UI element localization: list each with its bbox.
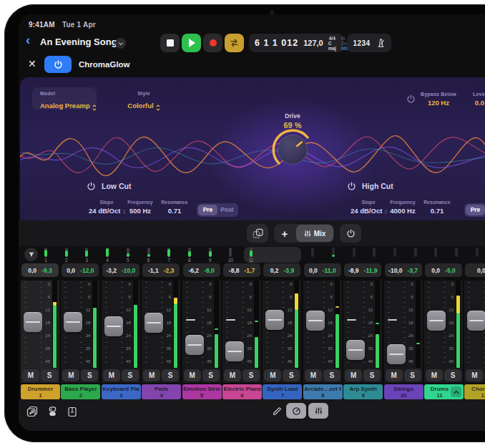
high-cut-slope[interactable]: Slope 24 dB/Oct: [351, 200, 386, 215]
fader-handle[interactable]: [144, 313, 163, 333]
overview-track[interactable]: 8: [186, 248, 193, 263]
db-readout[interactable]: -3,2-10,0: [102, 263, 139, 277]
mute-button[interactable]: M: [264, 369, 281, 381]
db-readout[interactable]: -10,0-3,7: [385, 263, 422, 277]
fader-handle[interactable]: [387, 344, 406, 364]
overview-track[interactable]: [351, 248, 358, 263]
drive-knob[interactable]: [270, 127, 315, 172]
track-name-tile[interactable]: Pads4: [142, 384, 181, 399]
fader-handle[interactable]: [64, 312, 82, 332]
faders-view-button[interactable]: [308, 403, 328, 419]
overview-track[interactable]: 2: [63, 248, 70, 263]
db-readout[interactable]: 0,0-11,0: [304, 263, 341, 277]
mute-button[interactable]: M: [143, 369, 160, 381]
solo-button[interactable]: S: [242, 369, 260, 381]
solo-button[interactable]: S: [283, 369, 300, 381]
db-readout[interactable]: 0,0: [465, 263, 485, 277]
fader-handle[interactable]: [306, 311, 325, 331]
track-name-tile[interactable]: Chorus V12: [464, 384, 485, 399]
overview-track[interactable]: [371, 248, 378, 263]
back-button[interactable]: ‹: [26, 33, 30, 47]
solo-button[interactable]: S: [363, 369, 381, 381]
style-selector[interactable]: Style Colorful: [119, 91, 169, 111]
song-title-chevron-down-icon[interactable]: [115, 38, 126, 49]
record-button[interactable]: [203, 34, 222, 52]
mix-view-button[interactable]: Mix: [296, 225, 333, 242]
overview-track[interactable]: [309, 248, 316, 263]
song-title[interactable]: An Evening Song: [40, 36, 117, 47]
db-readout[interactable]: 0,0-9,3: [21, 263, 59, 277]
fader-handle[interactable]: [104, 316, 123, 336]
db-readout[interactable]: -8,9-11,9: [344, 263, 381, 277]
overview-track[interactable]: 5: [124, 248, 132, 263]
db-readout[interactable]: 0,0-12,0: [62, 263, 99, 277]
stop-button[interactable]: [160, 34, 180, 52]
fader-handle[interactable]: [346, 340, 365, 360]
track-name-tile[interactable]: Electric Piano6: [222, 384, 262, 399]
edit-pencil-icon[interactable]: [270, 405, 283, 418]
low-cut-power-icon[interactable]: [87, 182, 96, 191]
overview-track[interactable]: 3: [83, 248, 90, 263]
solo-button[interactable]: S: [162, 369, 179, 381]
high-cut-power-icon[interactable]: [347, 182, 356, 191]
solo-button[interactable]: S: [81, 369, 98, 381]
mixer-power-button[interactable]: [340, 224, 361, 243]
mute-button[interactable]: M: [305, 369, 322, 381]
count-in-button[interactable]: 1234: [353, 39, 370, 47]
track-name-tile[interactable]: Emotion Strings5: [182, 384, 222, 399]
plugins-browser-icon[interactable]: [46, 405, 59, 418]
track-name-tile[interactable]: Synth Lead7: [263, 384, 302, 399]
db-readout[interactable]: -6,2-8,0: [183, 263, 220, 277]
low-cut-frequency[interactable]: Frequency 500 Hz: [124, 200, 156, 215]
collapse-chevron-up-button[interactable]: [451, 386, 461, 397]
overview-track[interactable]: [432, 248, 439, 263]
bypass-below-control[interactable]: Bypass Below 120 Hz: [421, 92, 456, 107]
bypass-power-icon[interactable]: [406, 94, 416, 104]
fader-handle[interactable]: [427, 311, 446, 331]
overview-track[interactable]: 7: [165, 248, 172, 263]
solo-button[interactable]: S: [41, 369, 58, 381]
model-selector[interactable]: Model Analog Preamp: [32, 87, 97, 109]
solo-button[interactable]: S: [323, 369, 341, 381]
low-cut-post-segment[interactable]: Post: [217, 205, 237, 215]
overview-track[interactable]: 1: [42, 248, 49, 263]
play-button[interactable]: [182, 34, 201, 52]
solo-button[interactable]: S: [404, 369, 421, 381]
track-name-tile[interactable]: Bass Player2: [61, 384, 100, 399]
level-control[interactable]: Level 0.0: [473, 92, 485, 107]
add-button[interactable]: +: [274, 224, 295, 243]
fader-handle[interactable]: [225, 341, 244, 361]
solo-button[interactable]: S: [202, 369, 220, 381]
db-readout[interactable]: -8,8-1,7: [223, 263, 260, 277]
overview-track[interactable]: 10: [227, 248, 234, 263]
plugin-tiles-button[interactable]: [247, 224, 268, 243]
fader-handle[interactable]: [467, 311, 485, 331]
track-name-tile[interactable]: Keyboard Player3: [102, 384, 141, 399]
overview-track[interactable]: 4: [104, 248, 111, 263]
db-readout[interactable]: -1,1-2,3: [142, 263, 180, 277]
filter-button[interactable]: [24, 248, 38, 261]
overview-track[interactable]: [474, 248, 481, 263]
plugin-power-button[interactable]: [44, 56, 72, 73]
solo-button[interactable]: S: [122, 369, 139, 381]
fader-handle[interactable]: [265, 310, 284, 330]
low-cut-pre-segment[interactable]: Pre: [198, 205, 217, 215]
track-name-tile[interactable]: Drums11: [424, 384, 464, 399]
mute-button[interactable]: M: [224, 369, 241, 381]
mute-button[interactable]: M: [345, 369, 362, 381]
mute-button[interactable]: M: [103, 369, 120, 381]
solo-button[interactable]: S: [444, 369, 461, 381]
mute-button[interactable]: M: [62, 369, 79, 381]
overview-track[interactable]: [412, 248, 419, 263]
overview-track[interactable]: [453, 248, 460, 263]
mute-button[interactable]: M: [22, 369, 39, 381]
fader-handle[interactable]: [185, 335, 204, 355]
low-cut-slope[interactable]: Slope 24 dB/Oct: [89, 200, 124, 215]
track-name-tile[interactable]: Drummer1: [21, 384, 60, 399]
mute-button[interactable]: M: [466, 369, 483, 381]
gain-knob-view-button[interactable]: [286, 403, 306, 419]
high-cut-resonance[interactable]: Resonance 0.71: [421, 200, 454, 215]
high-cut-pre-segment[interactable]: Pre: [466, 205, 485, 215]
overview-track[interactable]: 9: [207, 248, 214, 263]
overview-track[interactable]: [268, 248, 275, 263]
